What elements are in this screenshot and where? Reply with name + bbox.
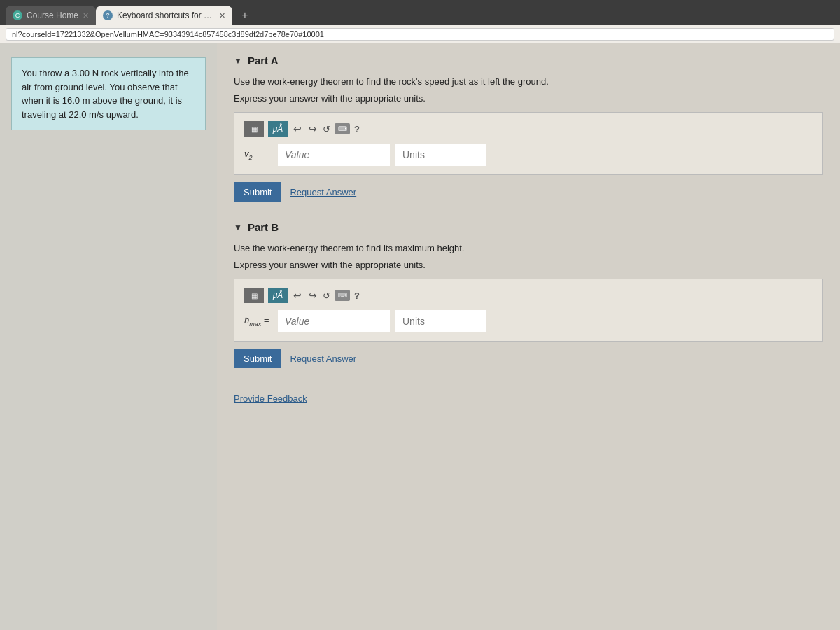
- part-b-redo-btn[interactable]: ↪: [307, 290, 318, 301]
- tab-favicon-2: ?: [103, 10, 113, 20]
- tab-keyboard-shortcuts[interactable]: ? Keyboard shortcuts for entering ✕: [96, 6, 232, 25]
- part-b-section: ▼ Part B Use the work-energy theorem to …: [234, 221, 823, 368]
- part-a-matrix-btn[interactable]: ▦: [244, 121, 264, 136]
- help-icon-2: ?: [354, 290, 360, 301]
- part-b-request-answer-button[interactable]: Request Answer: [290, 354, 356, 364]
- tab-favicon-1: C: [13, 10, 22, 20]
- help-icon: ?: [354, 124, 360, 134]
- part-b-units-input[interactable]: [396, 310, 486, 332]
- undo-icon: ↩: [293, 123, 302, 134]
- keyboard-icon-2: ⌨: [338, 292, 347, 299]
- part-b-help-btn[interactable]: ?: [354, 290, 360, 301]
- part-a-submit-button[interactable]: Submit: [234, 182, 281, 202]
- tab-close-2[interactable]: ✕: [219, 11, 225, 20]
- part-a-title: Part A: [248, 55, 279, 66]
- part-b-greek-btn[interactable]: μÅ: [268, 288, 288, 303]
- part-a-greek-btn[interactable]: μÅ: [268, 121, 288, 136]
- right-panel: ▼ Part A Use the work-energy theorem to …: [217, 43, 840, 630]
- part-a-keyboard-btn[interactable]: ⌨: [335, 123, 350, 134]
- tab-bar: C Course Home ✕ ? Keyboard shortcuts for…: [0, 0, 840, 25]
- part-b-variable: hmax =: [244, 315, 272, 328]
- part-b-header: ▼ Part B: [234, 221, 823, 233]
- keyboard-icon: ⌨: [338, 125, 347, 132]
- part-a-value-input[interactable]: [278, 144, 390, 166]
- part-a-desc-2: Express your answer with the appropriate…: [234, 92, 823, 106]
- part-a-submit-row: Submit Request Answer: [234, 182, 823, 202]
- part-a-redo-btn[interactable]: ↪: [307, 123, 318, 134]
- tab-close-1[interactable]: ✕: [83, 11, 89, 20]
- part-b-keyboard-btn[interactable]: ⌨: [335, 290, 350, 301]
- part-a-refresh-btn[interactable]: ↺: [323, 124, 330, 134]
- refresh-icon: ↺: [323, 124, 330, 134]
- part-b-value-input[interactable]: [278, 310, 390, 332]
- problem-statement: You throw a 3.00 N rock vertically into …: [11, 57, 206, 130]
- part-b-submit-button[interactable]: Submit: [234, 349, 281, 368]
- redo-icon-2: ↪: [309, 290, 317, 301]
- part-a-toolbar: ▦ μÅ ↩ ↪ ↺ ⌨: [244, 121, 813, 136]
- part-a-request-answer-button[interactable]: Request Answer: [290, 187, 356, 197]
- greek-symbol: μÅ: [273, 124, 284, 134]
- part-b-desc-2: Express your answer with the appropriate…: [234, 258, 823, 272]
- browser-chrome: C Course Home ✕ ? Keyboard shortcuts for…: [0, 0, 840, 43]
- part-a-input-row: v2 =: [244, 144, 813, 166]
- part-b-input-row: hmax =: [244, 310, 813, 332]
- part-b-matrix-btn[interactable]: ▦: [244, 288, 264, 303]
- address-bar[interactable]: nl?courseld=17221332&OpenVellumHMAC=9334…: [6, 28, 834, 41]
- matrix-icon: ▦: [251, 125, 258, 133]
- part-b-desc-1: Use the work-energy theorem to find its …: [234, 241, 823, 255]
- tab-course-home[interactable]: C Course Home ✕: [6, 6, 96, 25]
- greek-symbol-2: μÅ: [273, 290, 284, 300]
- part-b-undo-btn[interactable]: ↩: [292, 290, 303, 301]
- undo-icon-2: ↩: [293, 290, 302, 301]
- matrix-icon-2: ▦: [251, 292, 258, 300]
- tab-label-1: Course Home: [27, 10, 78, 20]
- address-bar-row: nl?courseld=17221332&OpenVellumHMAC=9334…: [0, 25, 840, 43]
- part-a-header: ▼ Part A: [234, 55, 823, 66]
- part-a-desc-1: Use the work-energy theorem to find the …: [234, 75, 823, 89]
- part-b-answer-box: ▦ μÅ ↩ ↪ ↺ ⌨: [234, 279, 823, 342]
- part-a-collapse-arrow[interactable]: ▼: [234, 56, 242, 66]
- refresh-icon-2: ↺: [323, 290, 330, 301]
- part-b-collapse-arrow[interactable]: ▼: [234, 223, 242, 232]
- tab-label-2: Keyboard shortcuts for entering: [117, 10, 215, 20]
- part-a-section: ▼ Part A Use the work-energy theorem to …: [234, 55, 823, 202]
- part-b-submit-row: Submit Request Answer: [234, 349, 823, 368]
- problem-text: You throw a 3.00 N rock vertically into …: [22, 68, 189, 120]
- page-content: You throw a 3.00 N rock vertically into …: [0, 43, 840, 630]
- redo-icon: ↪: [309, 123, 317, 134]
- part-a-answer-box: ▦ μÅ ↩ ↪ ↺ ⌨: [234, 112, 823, 175]
- new-tab-button[interactable]: +: [235, 6, 255, 25]
- provide-feedback-button[interactable]: Provide Feedback: [234, 393, 307, 404]
- part-a-undo-btn[interactable]: ↩: [292, 123, 303, 134]
- left-panel: You throw a 3.00 N rock vertically into …: [0, 43, 217, 630]
- part-b-refresh-btn[interactable]: ↺: [323, 290, 330, 301]
- part-a-help-btn[interactable]: ?: [354, 124, 360, 134]
- part-a-variable: v2 =: [244, 148, 272, 161]
- part-b-title: Part B: [248, 221, 279, 233]
- part-b-toolbar: ▦ μÅ ↩ ↪ ↺ ⌨: [244, 288, 813, 303]
- part-a-units-input[interactable]: [396, 144, 486, 166]
